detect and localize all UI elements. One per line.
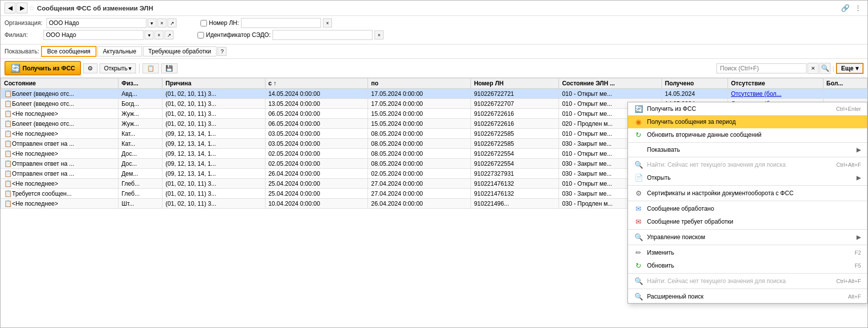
- row-from: 03.05.2024 0:00:00: [268, 130, 320, 137]
- col-reason[interactable]: Причина: [162, 78, 266, 89]
- filters-section: Организация: ▾ × ↗ Номер ЛН: × Филиал: ▾…: [0, 16, 868, 44]
- cm-icon-find_no_current: 🔍: [634, 161, 643, 169]
- branch-label: Филиал:: [4, 31, 40, 38]
- context-menu-item-msg_processed[interactable]: ✉ Сообщение обработано: [628, 202, 867, 215]
- cm-label-edit: Изменить: [647, 249, 850, 256]
- cm-shortcut-get_fss: Ctrl+Enter: [836, 106, 861, 112]
- row-eln-state: 020 - Продлен м...: [562, 120, 612, 127]
- table-row[interactable]: 📋Болеет (введено отс...Авд...(01, 02, 10…: [1, 89, 868, 99]
- context-menu-item-open[interactable]: 📄 Открыть ▶: [628, 171, 867, 184]
- cm-label-search_manage: Управление поиском: [647, 234, 852, 241]
- help-button[interactable]: ?: [218, 47, 226, 56]
- col-ill[interactable]: Бол...: [823, 78, 867, 89]
- row-eln-state: 010 - Открыт ме...: [562, 150, 612, 157]
- col-received[interactable]: Получено: [662, 78, 728, 89]
- context-menu-item-get_fss[interactable]: 🔄 Получить из ФСС Ctrl+Enter: [628, 102, 867, 115]
- more-label: Еще: [841, 65, 854, 72]
- copy-to-button[interactable]: 📋: [142, 63, 159, 73]
- context-menu-item-advanced_search[interactable]: 🔍 Расширенный поиск Alt+F: [628, 290, 867, 303]
- context-menu-item-get_period[interactable]: ◉ Получить сообщения за период: [628, 115, 867, 128]
- get-from-fss-button[interactable]: 🔄 Получить из ФСС: [4, 61, 81, 75]
- settings-btn[interactable]: ⚙: [83, 63, 98, 73]
- row-reason: (01, 02, 10, 11) 3...: [166, 180, 216, 187]
- tab-requires-processing[interactable]: Требующие обработки: [143, 46, 217, 56]
- search-input[interactable]: [716, 63, 806, 73]
- search-go-btn[interactable]: 🔍: [820, 63, 830, 74]
- col-ln-num[interactable]: Номер ЛН: [470, 78, 558, 89]
- org-open-btn[interactable]: ↗: [168, 18, 176, 27]
- col-from[interactable]: с ↑: [265, 78, 368, 89]
- org-input[interactable]: [46, 18, 146, 28]
- col-phys[interactable]: Физ...: [118, 78, 162, 89]
- ln-clear-btn[interactable]: ×: [323, 18, 332, 27]
- sedo-input[interactable]: [272, 30, 372, 40]
- context-menu-item-edit[interactable]: ✏ Изменить F2: [628, 246, 867, 259]
- org-clear-btn[interactable]: ×: [158, 18, 166, 27]
- cm-label-find_no_current2: Найти: Сейчас нет текущего значения для …: [647, 278, 832, 285]
- context-menu: 🔄 Получить из ФСС Ctrl+Enter ◉ Получить …: [628, 102, 868, 304]
- ln-number-input[interactable]: [241, 18, 321, 28]
- row-phys: Дем...: [122, 170, 138, 177]
- context-menu-separator: [628, 273, 867, 274]
- context-menu-item-refresh_secondary[interactable]: ↻ Обновить вторичные данные сообщений: [628, 128, 867, 141]
- row-absence[interactable]: Отсутствие (бол...: [731, 90, 782, 97]
- context-menu-separator: [628, 229, 867, 230]
- forward-button[interactable]: ▶: [16, 2, 28, 13]
- favorite-icon[interactable]: ☆: [28, 4, 35, 12]
- ln-number-checkbox[interactable]: [200, 20, 207, 26]
- row-state: Болеет (введено отс...: [12, 90, 74, 97]
- row-reason: (09, 12, 13, 14, 1...: [166, 170, 216, 177]
- cm-arrow-search_manage: ▶: [856, 234, 861, 241]
- context-menu-item-certs[interactable]: ⚙ Сертификаты и настройки документооборо…: [628, 187, 867, 200]
- col-absence[interactable]: Отсутствие: [728, 78, 823, 89]
- search-clear-btn[interactable]: ×: [808, 63, 818, 74]
- row-phys: Кат...: [122, 130, 136, 137]
- more-button[interactable]: Еще ▾: [836, 63, 864, 74]
- context-menu-item-show[interactable]: Показывать ▶: [628, 144, 867, 156]
- org-label: Организация:: [4, 19, 42, 26]
- row-to: 08.05.2024 0:00:00: [371, 160, 422, 167]
- row-reason: (09, 12, 13, 14, 1...: [166, 160, 216, 167]
- cm-icon-refresh_secondary: ↻: [634, 131, 643, 139]
- toolbar: 🔄 Получить из ФСС ⚙ Открыть ▾ 📋 💾 × 🔍 | …: [0, 59, 868, 78]
- row-doc-icon: 📋: [4, 200, 12, 207]
- row-reason: (01, 02, 10, 11) 3...: [166, 110, 216, 117]
- cm-label-refresh: Обновить: [647, 262, 850, 269]
- org-dropdown-btn[interactable]: ▾: [148, 18, 156, 27]
- row-received: 14.05.2024: [665, 90, 695, 97]
- context-menu-item-search_manage[interactable]: 🔍 Управление поиском ▶: [628, 231, 867, 244]
- back-button[interactable]: ◀: [4, 2, 16, 13]
- link-icon-button[interactable]: 🔗: [840, 2, 850, 13]
- sedo-checkbox[interactable]: [198, 32, 204, 38]
- sedo-clear-btn[interactable]: ×: [374, 30, 384, 39]
- cm-icon-open: 📄: [634, 174, 643, 182]
- tab-actual[interactable]: Актуальные: [98, 46, 142, 56]
- row-from: 02.05.2024 0:00:00: [268, 150, 320, 157]
- branch-input[interactable]: [44, 30, 144, 40]
- cm-shortcut-refresh: F5: [854, 263, 861, 269]
- col-state[interactable]: Состояние: [1, 78, 118, 89]
- branch-dropdown-btn[interactable]: ▾: [144, 30, 154, 39]
- row-state: <Не последнее>: [12, 200, 58, 207]
- row-doc-icon: 📋: [4, 110, 12, 117]
- more-icon-button[interactable]: ⋮: [852, 2, 864, 13]
- open-label: Открыть: [104, 65, 128, 72]
- open-button[interactable]: Открыть ▾: [100, 63, 136, 73]
- row-ln-num: 910226722554: [474, 150, 514, 157]
- save-button[interactable]: 💾: [161, 63, 178, 73]
- row-doc-icon: 📋: [4, 150, 12, 157]
- context-menu-item-refresh[interactable]: ↻ Обновить F5: [628, 259, 867, 272]
- row-from: 14.05.2024 0:00:00: [268, 90, 320, 97]
- context-menu-item-msg_requires[interactable]: ✉ Сообщение требует обработки: [628, 215, 867, 228]
- branch-clear-btn[interactable]: ×: [154, 30, 164, 39]
- context-menu-separator: [628, 157, 867, 157]
- cm-shortcut-find_no_current: Ctrl+Alt+F: [836, 162, 861, 168]
- row-reason: (09, 12, 13, 14, 1...: [166, 130, 216, 137]
- row-doc-icon: 📋: [4, 130, 12, 137]
- cm-icon-get_fss: 🔄: [634, 105, 643, 113]
- col-to[interactable]: по: [368, 78, 471, 89]
- branch-open-btn[interactable]: ↗: [164, 30, 174, 39]
- tab-all-messages[interactable]: Все сообщения: [41, 46, 96, 57]
- col-eln-state[interactable]: Состояние ЭЛН ...: [559, 78, 662, 89]
- row-eln-state: 030 - Закрыт ме...: [562, 190, 612, 197]
